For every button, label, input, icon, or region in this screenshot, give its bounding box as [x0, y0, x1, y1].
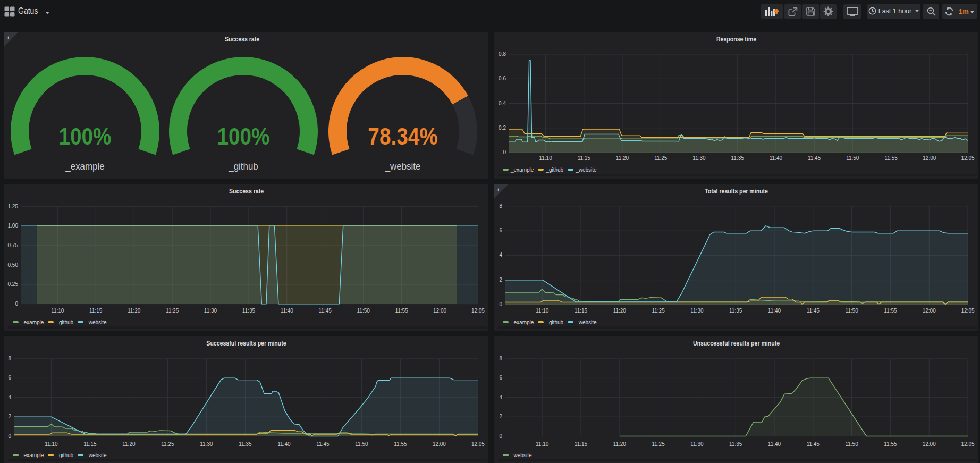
- svg-text:i: i: [7, 34, 9, 40]
- svg-text:i: i: [497, 186, 499, 192]
